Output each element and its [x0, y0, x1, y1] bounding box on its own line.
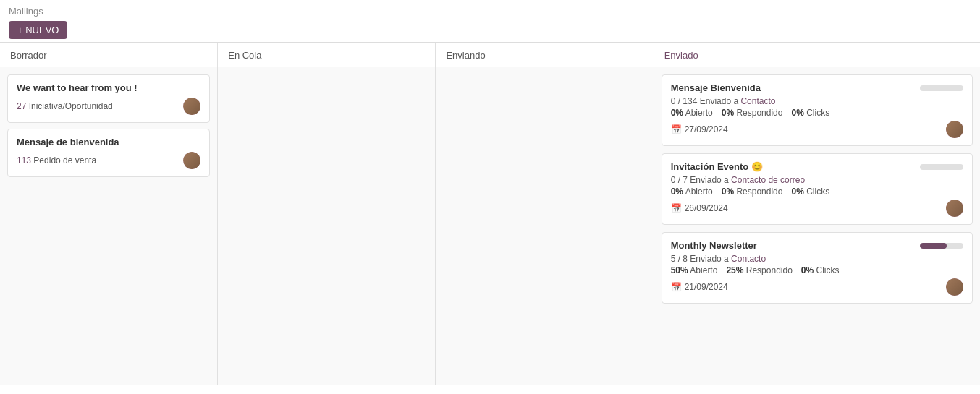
abierto-stat: 50% Abierto [671, 265, 718, 275]
card-title: We want to hear from you ! [17, 82, 200, 93]
page-header: Mailings + NUEVO [0, 0, 980, 43]
enviado-card-header: Invitación Evento 😊 [671, 161, 963, 172]
avatar [183, 152, 200, 169]
card-footer: 📅 26/09/2024 [671, 200, 963, 217]
enviado-card[interactable]: Invitación Evento 😊0 / 7 Enviado a Conta… [662, 153, 973, 225]
respondido-stat: 0% Respondido [722, 108, 783, 118]
enviado-card[interactable]: Mensaje Bienvenida0 / 134 Enviado a Cont… [662, 74, 973, 146]
enviado-card-header: Monthly Newsletter [671, 240, 963, 251]
progress-bar-container [920, 85, 963, 91]
clicks-stat: 0% Clicks [801, 265, 840, 275]
abierto-stat: 0% Abierto [671, 108, 713, 118]
respondido-stat: 25% Respondido [726, 265, 792, 275]
column-enviando: Enviando [436, 43, 654, 385]
column-body-enviando [436, 67, 653, 385]
card-count: 113 Pedido de venta [17, 155, 96, 166]
respondido-stat: 0% Respondido [722, 187, 783, 197]
column-enviado: EnviadoMensaje Bienvenida0 / 134 Enviado… [654, 43, 980, 385]
abierto-stat: 0% Abierto [671, 187, 713, 197]
progress-bar-container [920, 164, 963, 170]
progress-bar-fill [920, 243, 947, 249]
progress-bar-container [920, 243, 963, 249]
clicks-stat: 0% Clicks [791, 108, 829, 118]
column-body-en-cola [218, 67, 435, 385]
clicks-stat: 0% Clicks [791, 187, 829, 197]
sent-info: 0 / 134 Enviado a Contacto [671, 96, 963, 106]
enviado-card-title: Invitación Evento 😊 [671, 161, 763, 172]
column-en-cola: En Cola [218, 43, 436, 385]
stats-row: 0% Abierto 0% Respondido 0% Clicks [671, 108, 963, 118]
enviado-card-header: Mensaje Bienvenida [671, 82, 963, 93]
column-header-en-cola: En Cola [218, 43, 435, 67]
enviado-card[interactable]: Monthly Newsletter5 / 8 Enviado a Contac… [662, 232, 973, 304]
sent-info: 0 / 7 Enviado a Contacto de correo [671, 175, 963, 185]
enviado-card-title: Monthly Newsletter [671, 240, 757, 251]
card-title: Mensaje de bienvenida [17, 137, 200, 147]
card-count: 27 Iniciativa/Oportunidad [17, 101, 113, 111]
stats-row: 50% Abierto 25% Respondido 0% Clicks [671, 265, 963, 275]
mailing-card[interactable]: We want to hear from you !27 Iniciativa/… [7, 74, 210, 123]
card-date: 📅 21/09/2024 [671, 282, 728, 292]
card-footer: 📅 21/09/2024 [671, 278, 963, 296]
page-title: Mailings [9, 6, 971, 17]
column-header-enviando: Enviando [436, 43, 653, 67]
card-date: 📅 27/09/2024 [671, 124, 728, 134]
new-button[interactable]: + NUEVO [9, 21, 67, 39]
column-borrador: BorradorWe want to hear from you !27 Ini… [0, 43, 218, 385]
calendar-icon: 📅 [671, 203, 682, 213]
column-header-enviado: Enviado [654, 43, 980, 67]
card-date: 📅 26/09/2024 [671, 203, 728, 213]
card-meta: 113 Pedido de venta [17, 152, 200, 169]
calendar-icon: 📅 [671, 282, 682, 292]
sent-info: 5 / 8 Enviado a Contacto [671, 254, 963, 264]
avatar [946, 278, 963, 296]
column-body-borrador: We want to hear from you !27 Iniciativa/… [0, 67, 217, 385]
kanban-board: BorradorWe want to hear from you !27 Ini… [0, 43, 980, 385]
mailing-card[interactable]: Mensaje de bienvenida113 Pedido de venta [7, 129, 210, 177]
stats-row: 0% Abierto 0% Respondido 0% Clicks [671, 187, 963, 197]
enviado-card-title: Mensaje Bienvenida [671, 82, 761, 93]
card-footer: 📅 27/09/2024 [671, 121, 963, 138]
avatar [946, 121, 963, 138]
card-meta: 27 Iniciativa/Oportunidad [17, 98, 200, 115]
column-header-borrador: Borrador [0, 43, 217, 67]
column-body-enviado: Mensaje Bienvenida0 / 134 Enviado a Cont… [654, 67, 980, 385]
avatar [183, 98, 200, 115]
calendar-icon: 📅 [671, 124, 682, 134]
avatar [946, 200, 963, 217]
